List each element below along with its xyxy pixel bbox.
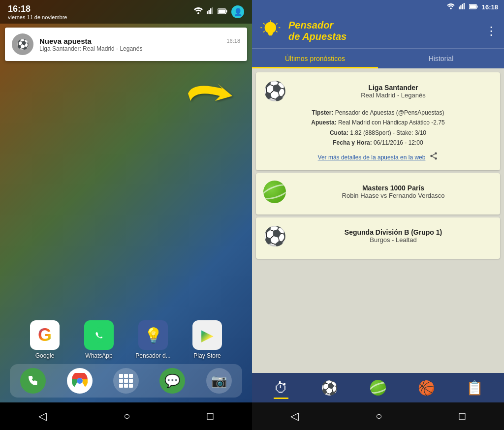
match-1: Real Madrid - Leganés bbox=[292, 92, 494, 99]
arrow-container bbox=[183, 79, 242, 120]
yellow-arrow-icon bbox=[183, 79, 242, 118]
wifi-icon bbox=[194, 7, 203, 16]
left-panel: 16:18 viernes 11 de noviembre bbox=[0, 0, 252, 430]
svg-point-10 bbox=[77, 378, 82, 383]
battery-icon bbox=[218, 7, 227, 16]
app-title: Pensador de Apuestas bbox=[288, 20, 346, 42]
league-1: Liga Santander bbox=[292, 84, 494, 92]
soccer-icon-1: ⚽ bbox=[262, 78, 287, 104]
right-back-button[interactable]: ◁ bbox=[281, 406, 309, 427]
bet-card-segunda[interactable]: ⚽ Segunda División B (Grupo 1) Burgos - … bbox=[256, 217, 500, 259]
share-icon[interactable] bbox=[429, 151, 438, 164]
league-2: Masters 1000 París bbox=[292, 184, 494, 192]
dock-phone[interactable] bbox=[20, 368, 46, 394]
svg-point-31 bbox=[435, 157, 438, 160]
league-3: Segunda División B (Grupo 1) bbox=[292, 228, 494, 236]
right-recents-button[interactable]: □ bbox=[449, 406, 475, 427]
apuesta-row: Apuesta: Real Madrid con Hándicap Asiáti… bbox=[262, 118, 494, 127]
tennis-icon bbox=[262, 179, 287, 205]
card-title-1: Liga Santander Real Madrid - Leganés bbox=[292, 84, 494, 99]
svg-rect-21 bbox=[269, 34, 272, 36]
right-wifi-icon bbox=[447, 3, 455, 11]
bet-card-header-1: ⚽ Liga Santander Real Madrid - Leganés bbox=[262, 78, 494, 104]
bet-card-masters[interactable]: Masters 1000 París Robin Haase vs Fernan… bbox=[256, 173, 500, 215]
app-whatsapp[interactable]: WhatsApp bbox=[77, 320, 121, 359]
app-tabs: Últimos pronósticos Historial bbox=[252, 48, 504, 68]
app-menu-button[interactable]: ⋮ bbox=[485, 24, 497, 38]
left-date: viernes 11 de noviembre bbox=[8, 14, 67, 20]
app-pensador[interactable]: 💡 Pensador d... bbox=[131, 320, 175, 359]
right-status-bar: 16:18 bbox=[252, 0, 504, 14]
dock: 💬 📷 bbox=[10, 364, 242, 398]
pensador-icon: 💡 bbox=[138, 320, 168, 350]
tipster-row: Tipster: Pensador de Apuestas (@PensApue… bbox=[262, 108, 494, 118]
tab-ultimos[interactable]: Últimos pronósticos bbox=[252, 49, 378, 68]
svg-rect-3 bbox=[210, 8, 212, 14]
playstore-icon: ▶ bbox=[192, 320, 222, 350]
left-time: 16:18 bbox=[8, 4, 67, 14]
svg-point-11 bbox=[450, 7, 451, 9]
dock-camera[interactable]: 📷 bbox=[206, 368, 232, 394]
bottom-tab-stopwatch[interactable]: ⏱ bbox=[269, 375, 293, 400]
pensador-label: Pensador d... bbox=[135, 352, 170, 359]
signal-icon bbox=[207, 7, 214, 16]
dock-messages[interactable]: 💬 bbox=[159, 368, 185, 394]
left-back-button[interactable]: ◁ bbox=[29, 406, 57, 427]
dock-chrome[interactable] bbox=[67, 368, 93, 394]
bottom-tab-bar: ⏱ ⚽ 🏀 📋 bbox=[252, 373, 504, 402]
google-label: Google bbox=[35, 352, 55, 359]
left-recents-button[interactable]: □ bbox=[197, 406, 223, 427]
app-title-line2: de Apuestas bbox=[288, 31, 346, 42]
svg-rect-15 bbox=[464, 3, 465, 9]
bet-card-liga-santander[interactable]: ⚽ Liga Santander Real Madrid - Leganés T… bbox=[256, 72, 500, 170]
bottom-tab-tennis[interactable] bbox=[366, 375, 390, 400]
fecha-row: Fecha y Hora: 06/11/2016 - 12:00 bbox=[262, 138, 494, 148]
svg-point-0 bbox=[197, 12, 199, 14]
right-home-button[interactable]: ○ bbox=[366, 406, 392, 427]
svg-line-32 bbox=[433, 156, 435, 158]
dock-apps[interactable] bbox=[113, 368, 139, 394]
cuota-row: Cuota: 1.82 (888Sport) - Stake: 3/10 bbox=[262, 128, 494, 138]
match-3: Burgos - Lealtad bbox=[292, 236, 494, 244]
notification-title: Nueva apuesta bbox=[39, 37, 92, 45]
bet-card-header-2: Masters 1000 París Robin Haase vs Fernan… bbox=[262, 179, 494, 205]
svg-rect-7 bbox=[219, 10, 225, 13]
bottom-tab-basketball[interactable]: 🏀 bbox=[414, 375, 439, 400]
svg-line-28 bbox=[276, 31, 278, 32]
app-google[interactable]: G Google bbox=[23, 320, 67, 359]
svg-point-8 bbox=[91, 327, 107, 343]
svg-point-30 bbox=[431, 154, 433, 157]
left-home-button[interactable]: ○ bbox=[114, 406, 140, 427]
details-link[interactable]: Ver más detalles de la apuesta en la web bbox=[318, 153, 426, 162]
bottom-tab-soccer[interactable]: ⚽ bbox=[317, 375, 342, 400]
link-row: Ver más detalles de la apuesta en la web bbox=[262, 151, 494, 164]
playstore-label: Play Store bbox=[193, 352, 220, 359]
svg-rect-14 bbox=[462, 4, 463, 9]
soccer-icon-3: ⚽ bbox=[262, 223, 287, 249]
right-signal-icon bbox=[459, 3, 465, 11]
right-battery-icon bbox=[469, 3, 478, 11]
notification-icon: ⚽ bbox=[12, 33, 33, 55]
cards-area: ⚽ Liga Santander Real Madrid - Leganés T… bbox=[252, 68, 504, 373]
svg-line-23 bbox=[263, 23, 265, 25]
app-header: Pensador de Apuestas ⋮ bbox=[252, 14, 504, 48]
app-playstore[interactable]: ▶ Play Store bbox=[185, 320, 229, 359]
match-2: Robin Haase vs Fernando Verdasco bbox=[292, 192, 494, 199]
svg-rect-6 bbox=[226, 10, 227, 13]
tab-historial[interactable]: Historial bbox=[378, 49, 504, 68]
app-header-left: Pensador de Apuestas bbox=[259, 19, 346, 43]
notification-time: 16:18 bbox=[226, 38, 240, 44]
card-title-3: Segunda División B (Grupo 1) Burgos - Le… bbox=[292, 228, 494, 244]
app-title-line1: Pensador bbox=[288, 20, 346, 31]
whatsapp-icon bbox=[84, 320, 114, 350]
google-icon: G bbox=[30, 320, 60, 350]
right-panel: 16:18 Pensador de Apuestas bbox=[252, 0, 504, 430]
svg-rect-13 bbox=[460, 5, 461, 9]
svg-rect-4 bbox=[212, 7, 214, 14]
bet-card-header-3: ⚽ Segunda División B (Grupo 1) Burgos - … bbox=[262, 223, 494, 249]
notification-body: Nueva apuesta 16:18 Liga Santander: Real… bbox=[39, 37, 240, 52]
bottom-tab-notes[interactable]: 📋 bbox=[463, 375, 487, 400]
svg-rect-12 bbox=[459, 6, 460, 9]
card-details-1: Tipster: Pensador de Apuestas (@PensApue… bbox=[262, 108, 494, 164]
notification-card[interactable]: ⚽ Nueva apuesta 16:18 Liga Santander: Re… bbox=[5, 28, 247, 61]
